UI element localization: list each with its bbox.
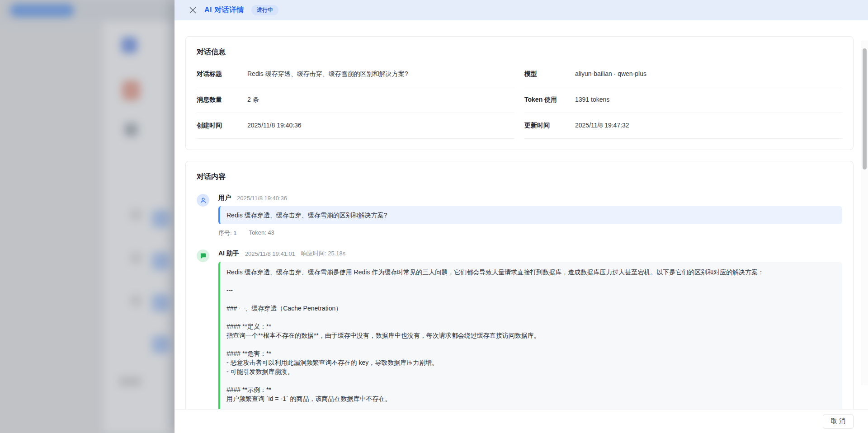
content-card-title: 对话内容: [197, 172, 842, 182]
ai-conversation-detail-drawer: AI 对话详情 进行中 对话信息 对话标题 Redis 缓存穿透、缓存击穿、缓存…: [175, 0, 868, 433]
field-label: 消息数量: [197, 96, 247, 104]
info-card-title: 对话信息: [197, 47, 842, 57]
status-badge: 进行中: [251, 5, 278, 15]
field-label: 模型: [524, 70, 575, 78]
drawer-header: AI 对话详情 进行中: [175, 0, 868, 20]
message-token: Token: 43: [249, 229, 274, 237]
field-value: aliyun-bailian · qwen-plus: [575, 70, 646, 77]
field-updated-time: 更新时间 2025/11/8 19:47:32: [524, 113, 842, 139]
user-message-meta: 序号: 1 Token: 43: [218, 229, 842, 237]
field-conversation-title: 对话标题 Redis 缓存穿透、缓存击穿、缓存雪崩的区别和解决方案?: [197, 61, 514, 87]
info-fields: 对话标题 Redis 缓存穿透、缓存击穿、缓存雪崩的区别和解决方案? 模型 al…: [197, 61, 842, 139]
field-value: Redis 缓存穿透、缓存击穿、缓存雪崩的区别和解决方案?: [247, 70, 408, 78]
field-value: 1391 tokens: [575, 96, 609, 103]
message-response-time: 响应时间: 25.18s: [301, 249, 345, 258]
field-label: 对话标题: [197, 70, 247, 78]
drawer-title: AI 对话详情: [204, 5, 244, 15]
field-created-time: 创建时间 2025/11/8 19:40:36: [197, 113, 514, 139]
drawer-footer: 取 消: [175, 409, 868, 433]
assistant-avatar: [197, 249, 209, 262]
scrollbar-thumb[interactable]: [863, 48, 867, 169]
field-message-count: 消息数量 2 条: [197, 87, 514, 113]
message-assistant: AI 助手 2025/11/8 19:41:01 响应时间: 25.18s Re…: [197, 249, 842, 409]
conversation-content-card: 对话内容 用户 2025/11/8 19:40:36 Redis 缓存穿透、缓存…: [185, 161, 854, 409]
close-button[interactable]: [188, 6, 197, 15]
assistant-message-head: AI 助手 2025/11/8 19:41:01 响应时间: 25.18s: [218, 249, 842, 258]
assistant-message-bubble: Redis 缓存穿透、缓存击穿、缓存雪崩是使用 Redis 作为缓存时常见的三大…: [218, 262, 842, 409]
user-message-body: 用户 2025/11/8 19:40:36 Redis 缓存穿透、缓存击穿、缓存…: [218, 194, 842, 237]
assistant-message-body: AI 助手 2025/11/8 19:41:01 响应时间: 25.18s Re…: [218, 249, 842, 409]
conversation-info-card: 对话信息 对话标题 Redis 缓存穿透、缓存击穿、缓存雪崩的区别和解决方案? …: [185, 36, 854, 150]
message-seq: 序号: 1: [218, 229, 236, 237]
field-value: 2025/11/8 19:47:32: [575, 122, 629, 129]
field-label: 创建时间: [197, 122, 247, 130]
user-avatar: [197, 194, 209, 207]
message-role: AI 助手: [218, 249, 239, 258]
close-icon: [189, 7, 196, 14]
chat-bubble-icon: [200, 253, 207, 259]
field-label: Token 使用: [524, 96, 575, 104]
cancel-button[interactable]: 取 消: [823, 414, 854, 429]
user-message-head: 用户 2025/11/8 19:40:36: [218, 194, 842, 202]
drawer-body: 对话信息 对话标题 Redis 缓存穿透、缓存击穿、缓存雪崩的区别和解决方案? …: [175, 20, 868, 409]
field-value: 2025/11/8 19:40:36: [247, 122, 302, 129]
message-user: 用户 2025/11/8 19:40:36 Redis 缓存穿透、缓存击穿、缓存…: [197, 194, 842, 237]
field-value: 2 条: [247, 96, 259, 104]
message-time: 2025/11/8 19:41:01: [245, 250, 295, 257]
field-token-usage: Token 使用 1391 tokens: [524, 87, 842, 113]
message-time: 2025/11/8 19:40:36: [237, 195, 287, 202]
field-label: 更新时间: [524, 122, 575, 130]
field-model: 模型 aliyun-bailian · qwen-plus: [524, 61, 842, 87]
user-icon: [200, 197, 207, 204]
user-message-bubble: Redis 缓存穿透、缓存击穿、缓存雪崩的区别和解决方案?: [218, 206, 842, 224]
message-role: 用户: [218, 194, 231, 202]
